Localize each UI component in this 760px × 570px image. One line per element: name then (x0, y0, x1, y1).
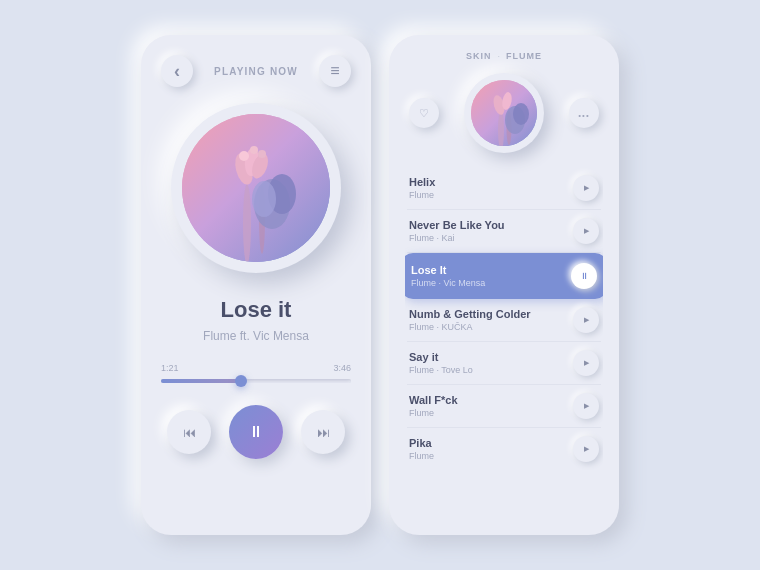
player-card: PLAYING NOW (141, 35, 371, 535)
mini-album-inner (471, 80, 537, 146)
svg-point-11 (258, 150, 266, 158)
song-info: Never Be Like YouFlume · Kai (409, 219, 505, 243)
svg-point-8 (252, 181, 276, 217)
svg-point-1 (243, 184, 251, 262)
song-artist: Flume · KUČKA (409, 322, 531, 332)
play-mini-icon: ▶ (584, 227, 589, 235)
play-mini-icon: ▶ (584, 445, 589, 453)
song-artist: Flume · Kai (409, 233, 505, 243)
song-name: Helix (409, 176, 435, 188)
song-artist: Flume (409, 190, 435, 200)
album-art-inner (182, 114, 330, 262)
song-info: Numb & Getting ColderFlume · KUČKA (409, 308, 531, 332)
app-container: PLAYING NOW (141, 35, 619, 535)
song-name: Say it (409, 351, 473, 363)
song-info: Say itFlume · Tove Lo (409, 351, 473, 375)
menu-button[interactable] (319, 55, 351, 87)
pause-mini-button[interactable]: ⏸ (571, 263, 597, 289)
back-button[interactable] (161, 55, 193, 87)
progress-times: 1:21 3:46 (161, 363, 351, 373)
song-info: HelixFlume (409, 176, 435, 200)
song-list: HelixFlume▶Never Be Like YouFlume · Kai▶… (405, 167, 603, 535)
song-item[interactable]: Never Be Like YouFlume · Kai▶ (405, 210, 603, 252)
play-mini-icon: ▶ (584, 316, 589, 324)
song-item[interactable]: Say itFlume · Tove Lo▶ (405, 342, 603, 384)
song-info: Lose ItFlume · Vic Mensa (411, 264, 485, 288)
menu-icon (330, 62, 339, 80)
play-mini-button[interactable]: ▶ (573, 350, 599, 376)
prev-icon: ⏮ (183, 425, 196, 440)
more-options-button[interactable] (569, 98, 599, 128)
song-artist: Flume (409, 408, 458, 418)
mini-album-svg (471, 80, 537, 146)
song-name: Never Be Like You (409, 219, 505, 231)
flume-label: FLUME (506, 51, 542, 61)
back-icon (174, 61, 180, 82)
mini-album-outer (464, 73, 544, 153)
player-header: PLAYING NOW (161, 55, 351, 87)
pause-button[interactable]: ⏸ (229, 405, 283, 459)
skin-label: SKIN (466, 51, 492, 61)
heart-button[interactable] (409, 98, 439, 128)
play-mini-button[interactable]: ▶ (573, 218, 599, 244)
mini-album-area (405, 73, 603, 153)
play-mini-button[interactable]: ▶ (573, 175, 599, 201)
song-artist: Flume · Tove Lo (409, 365, 473, 375)
song-title: Lose it (221, 297, 292, 323)
svg-point-18 (513, 103, 529, 125)
svg-point-10 (250, 146, 258, 154)
song-item[interactable]: Numb & Getting ColderFlume · KUČKA▶ (405, 299, 603, 341)
playback-controls: ⏮ ⏸ ⏭ (167, 405, 345, 459)
song-name: Numb & Getting Colder (409, 308, 531, 320)
pause-mini-icon: ⏸ (580, 271, 589, 281)
playing-now-label: PLAYING NOW (214, 66, 298, 77)
song-info: PikaFlume (409, 437, 434, 461)
song-name: Lose It (411, 264, 485, 276)
pause-icon: ⏸ (248, 423, 264, 441)
song-item[interactable]: HelixFlume▶ (405, 167, 603, 209)
song-name: Wall F*ck (409, 394, 458, 406)
header-separator: · (498, 51, 501, 61)
play-mini-button[interactable]: ▶ (573, 436, 599, 462)
progress-thumb[interactable] (235, 375, 247, 387)
time-current: 1:21 (161, 363, 179, 373)
play-mini-icon: ▶ (584, 402, 589, 410)
song-artist: Flume · Vic Mensa (411, 278, 485, 288)
song-item[interactable]: PikaFlume▶ (405, 428, 603, 470)
play-mini-button[interactable]: ▶ (573, 393, 599, 419)
album-art-svg (182, 114, 330, 262)
prev-button[interactable]: ⏮ (167, 410, 211, 454)
progress-track[interactable] (161, 379, 351, 383)
next-button[interactable]: ⏭ (301, 410, 345, 454)
heart-icon (419, 107, 429, 120)
next-icon: ⏭ (317, 425, 330, 440)
song-item[interactable]: Lose ItFlume · Vic Mensa⏸ (405, 253, 603, 299)
progress-fill (161, 379, 241, 383)
album-art-outer (171, 103, 341, 273)
svg-point-9 (239, 151, 249, 161)
song-info: Wall F*ckFlume (409, 394, 458, 418)
list-header: SKIN · FLUME (405, 51, 603, 61)
play-mini-icon: ▶ (584, 184, 589, 192)
time-total: 3:46 (333, 363, 351, 373)
play-mini-button[interactable]: ▶ (573, 307, 599, 333)
progress-container[interactable]: 1:21 3:46 (161, 363, 351, 383)
song-name: Pika (409, 437, 434, 449)
list-card: SKIN · FLUME (389, 35, 619, 535)
song-artist: Flume ft. Vic Mensa (203, 329, 309, 343)
dots-icon (578, 105, 589, 121)
song-artist: Flume (409, 451, 434, 461)
song-item[interactable]: Wall F*ckFlume▶ (405, 385, 603, 427)
play-mini-icon: ▶ (584, 359, 589, 367)
